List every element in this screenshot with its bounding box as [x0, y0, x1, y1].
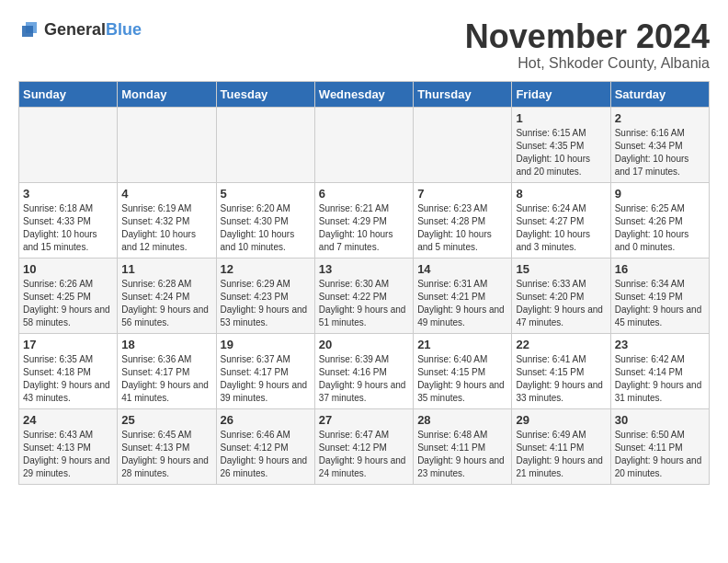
calendar-cell: 19Sunrise: 6:37 AM Sunset: 4:17 PM Dayli…	[216, 333, 314, 408]
month-title: November 2024	[465, 18, 710, 55]
weekday-header-thursday: Thursday	[414, 81, 512, 107]
day-number: 12	[221, 262, 311, 276]
calendar-cell: 22Sunrise: 6:41 AM Sunset: 4:15 PM Dayli…	[512, 333, 610, 408]
header: GeneralBlue November 2024 Hot, Shkoder C…	[18, 18, 710, 72]
day-info: Sunrise: 6:36 AM Sunset: 4:17 PM Dayligh…	[121, 353, 211, 405]
calendar-week-3: 10Sunrise: 6:26 AM Sunset: 4:25 PM Dayli…	[19, 258, 710, 333]
day-number: 15	[516, 262, 606, 276]
day-number: 24	[23, 413, 113, 427]
day-info: Sunrise: 6:29 AM Sunset: 4:23 PM Dayligh…	[221, 278, 311, 329]
day-info: Sunrise: 6:19 AM Sunset: 4:32 PM Dayligh…	[121, 202, 211, 254]
day-info: Sunrise: 6:41 AM Sunset: 4:15 PM Dayligh…	[516, 353, 606, 405]
day-number: 30	[615, 413, 705, 427]
svg-marker-1	[22, 26, 33, 37]
day-number: 18	[121, 338, 211, 351]
calendar-cell: 20Sunrise: 6:39 AM Sunset: 4:16 PM Dayli…	[314, 333, 413, 408]
weekday-header-saturday: Saturday	[610, 81, 709, 107]
calendar-cell: 8Sunrise: 6:24 AM Sunset: 4:27 PM Daylig…	[512, 182, 610, 258]
calendar-cell: 7Sunrise: 6:23 AM Sunset: 4:28 PM Daylig…	[414, 182, 512, 258]
weekday-header-wednesday: Wednesday	[314, 81, 413, 107]
calendar-cell: 12Sunrise: 6:29 AM Sunset: 4:23 PM Dayli…	[216, 258, 314, 333]
calendar-week-5: 24Sunrise: 6:43 AM Sunset: 4:13 PM Dayli…	[19, 408, 710, 484]
calendar-cell: 5Sunrise: 6:20 AM Sunset: 4:30 PM Daylig…	[216, 182, 314, 258]
calendar-cell: 28Sunrise: 6:48 AM Sunset: 4:11 PM Dayli…	[414, 408, 512, 484]
day-number: 8	[516, 187, 606, 201]
day-info: Sunrise: 6:35 AM Sunset: 4:18 PM Dayligh…	[23, 353, 113, 405]
location-subtitle: Hot, Shkoder County, Albania	[465, 55, 710, 72]
day-info: Sunrise: 6:48 AM Sunset: 4:11 PM Dayligh…	[417, 429, 507, 480]
calendar-week-2: 3Sunrise: 6:18 AM Sunset: 4:33 PM Daylig…	[19, 182, 710, 258]
day-number: 29	[516, 413, 606, 427]
calendar-cell: 24Sunrise: 6:43 AM Sunset: 4:13 PM Dayli…	[19, 408, 118, 484]
calendar-cell	[414, 107, 512, 182]
day-info: Sunrise: 6:20 AM Sunset: 4:30 PM Dayligh…	[221, 202, 311, 254]
day-number: 23	[615, 338, 705, 351]
calendar-cell: 14Sunrise: 6:31 AM Sunset: 4:21 PM Dayli…	[414, 258, 512, 333]
calendar-cell: 16Sunrise: 6:34 AM Sunset: 4:19 PM Dayli…	[610, 258, 709, 333]
day-number: 10	[23, 262, 113, 276]
calendar-cell: 4Sunrise: 6:19 AM Sunset: 4:32 PM Daylig…	[118, 182, 216, 258]
logo-icon	[18, 18, 40, 40]
day-number: 1	[516, 111, 606, 125]
weekday-header-sunday: Sunday	[19, 81, 118, 107]
day-number: 5	[221, 187, 311, 201]
calendar-cell: 26Sunrise: 6:46 AM Sunset: 4:12 PM Dayli…	[216, 408, 314, 484]
day-info: Sunrise: 6:16 AM Sunset: 4:34 PM Dayligh…	[615, 127, 705, 178]
day-number: 21	[417, 338, 507, 351]
day-number: 28	[417, 413, 507, 427]
day-info: Sunrise: 6:33 AM Sunset: 4:20 PM Dayligh…	[516, 278, 606, 329]
day-info: Sunrise: 6:28 AM Sunset: 4:24 PM Dayligh…	[121, 278, 211, 329]
weekday-header-tuesday: Tuesday	[216, 81, 314, 107]
day-number: 16	[615, 262, 705, 276]
day-number: 6	[319, 187, 409, 201]
day-info: Sunrise: 6:21 AM Sunset: 4:29 PM Dayligh…	[319, 202, 409, 254]
calendar-cell: 13Sunrise: 6:30 AM Sunset: 4:22 PM Dayli…	[314, 258, 413, 333]
calendar-cell	[19, 107, 118, 182]
weekday-header-row: SundayMondayTuesdayWednesdayThursdayFrid…	[19, 81, 710, 107]
day-number: 22	[516, 338, 606, 351]
calendar-cell: 3Sunrise: 6:18 AM Sunset: 4:33 PM Daylig…	[19, 182, 118, 258]
calendar-cell: 23Sunrise: 6:42 AM Sunset: 4:14 PM Dayli…	[610, 333, 709, 408]
day-info: Sunrise: 6:45 AM Sunset: 4:13 PM Dayligh…	[121, 429, 211, 480]
day-number: 27	[319, 413, 409, 427]
calendar-cell: 27Sunrise: 6:47 AM Sunset: 4:12 PM Dayli…	[314, 408, 413, 484]
calendar-cell: 29Sunrise: 6:49 AM Sunset: 4:11 PM Dayli…	[512, 408, 610, 484]
calendar-table: SundayMondayTuesdayWednesdayThursdayFrid…	[18, 81, 710, 485]
day-info: Sunrise: 6:23 AM Sunset: 4:28 PM Dayligh…	[417, 202, 507, 254]
calendar-cell: 1Sunrise: 6:15 AM Sunset: 4:35 PM Daylig…	[512, 107, 610, 182]
day-number: 13	[319, 262, 409, 276]
calendar-cell: 17Sunrise: 6:35 AM Sunset: 4:18 PM Dayli…	[19, 333, 118, 408]
day-info: Sunrise: 6:39 AM Sunset: 4:16 PM Dayligh…	[319, 353, 409, 405]
day-number: 2	[615, 111, 705, 125]
calendar-cell: 9Sunrise: 6:25 AM Sunset: 4:26 PM Daylig…	[610, 182, 709, 258]
day-number: 17	[23, 338, 113, 351]
day-info: Sunrise: 6:43 AM Sunset: 4:13 PM Dayligh…	[23, 429, 113, 480]
logo-general: GeneralBlue	[44, 21, 142, 39]
day-number: 19	[221, 338, 311, 351]
day-number: 20	[319, 338, 409, 351]
calendar-cell: 11Sunrise: 6:28 AM Sunset: 4:24 PM Dayli…	[118, 258, 216, 333]
calendar-cell: 30Sunrise: 6:50 AM Sunset: 4:11 PM Dayli…	[610, 408, 709, 484]
day-number: 3	[23, 187, 113, 201]
day-info: Sunrise: 6:47 AM Sunset: 4:12 PM Dayligh…	[319, 429, 409, 480]
calendar-cell	[118, 107, 216, 182]
day-info: Sunrise: 6:31 AM Sunset: 4:21 PM Dayligh…	[417, 278, 507, 329]
day-info: Sunrise: 6:50 AM Sunset: 4:11 PM Dayligh…	[615, 429, 705, 480]
day-info: Sunrise: 6:15 AM Sunset: 4:35 PM Dayligh…	[516, 127, 606, 178]
day-info: Sunrise: 6:49 AM Sunset: 4:11 PM Dayligh…	[516, 429, 606, 480]
day-number: 14	[417, 262, 507, 276]
calendar-cell	[216, 107, 314, 182]
weekday-header-monday: Monday	[118, 81, 216, 107]
calendar-cell: 25Sunrise: 6:45 AM Sunset: 4:13 PM Dayli…	[118, 408, 216, 484]
weekday-header-friday: Friday	[512, 81, 610, 107]
calendar-cell: 2Sunrise: 6:16 AM Sunset: 4:34 PM Daylig…	[610, 107, 709, 182]
day-number: 25	[121, 413, 211, 427]
calendar-cell: 6Sunrise: 6:21 AM Sunset: 4:29 PM Daylig…	[314, 182, 413, 258]
day-info: Sunrise: 6:40 AM Sunset: 4:15 PM Dayligh…	[417, 353, 507, 405]
day-number: 26	[221, 413, 311, 427]
day-info: Sunrise: 6:18 AM Sunset: 4:33 PM Dayligh…	[23, 202, 113, 254]
calendar-cell: 15Sunrise: 6:33 AM Sunset: 4:20 PM Dayli…	[512, 258, 610, 333]
logo: GeneralBlue	[18, 18, 142, 40]
calendar-cell: 21Sunrise: 6:40 AM Sunset: 4:15 PM Dayli…	[414, 333, 512, 408]
calendar-cell: 10Sunrise: 6:26 AM Sunset: 4:25 PM Dayli…	[19, 258, 118, 333]
